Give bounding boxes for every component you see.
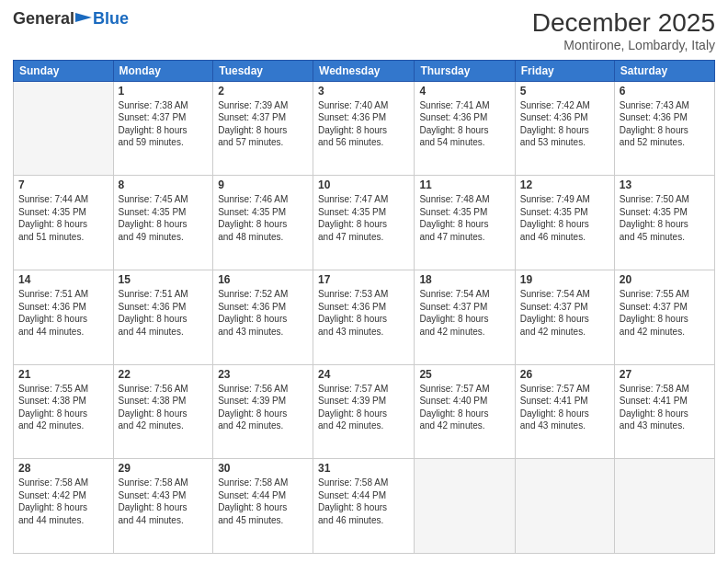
day-number: 5 <box>520 85 609 98</box>
day-info: Sunrise: 7:45 AM Sunset: 4:35 PM Dayligh… <box>119 193 209 243</box>
svg-marker-0 <box>75 13 92 22</box>
calendar-cell: 7Sunrise: 7:44 AM Sunset: 4:35 PM Daylig… <box>14 176 114 270</box>
day-info: Sunrise: 7:39 AM Sunset: 4:37 PM Dayligh… <box>218 99 308 149</box>
calendar-cell: 19Sunrise: 7:54 AM Sunset: 4:37 PM Dayli… <box>515 270 614 365</box>
day-info: Sunrise: 7:46 AM Sunset: 4:35 PM Dayligh… <box>218 193 308 243</box>
weekday-header-wednesday: Wednesday <box>313 60 415 81</box>
logo: General Blue <box>13 9 129 29</box>
day-number: 4 <box>419 85 509 98</box>
day-number: 31 <box>318 462 409 475</box>
day-info: Sunrise: 7:51 AM Sunset: 4:36 PM Dayligh… <box>18 288 108 338</box>
weekday-header-sunday: Sunday <box>14 60 114 81</box>
day-info: Sunrise: 7:57 AM Sunset: 4:39 PM Dayligh… <box>318 383 409 432</box>
calendar-cell: 5Sunrise: 7:42 AM Sunset: 4:36 PM Daylig… <box>515 81 614 176</box>
day-number: 30 <box>218 462 308 475</box>
weekday-header-tuesday: Tuesday <box>213 60 313 81</box>
logo-flag-icon <box>75 13 92 26</box>
calendar-cell: 10Sunrise: 7:47 AM Sunset: 4:35 PM Dayli… <box>313 176 415 270</box>
calendar-cell: 31Sunrise: 7:58 AM Sunset: 4:44 PM Dayli… <box>313 459 415 554</box>
page-container: General Blue December 2025 Montirone, Lo… <box>0 0 728 563</box>
calendar-week-row: 21Sunrise: 7:55 AM Sunset: 4:38 PM Dayli… <box>14 364 715 459</box>
calendar-cell: 18Sunrise: 7:54 AM Sunset: 4:37 PM Dayli… <box>415 270 515 365</box>
calendar-cell <box>415 459 515 554</box>
calendar-header-row: SundayMondayTuesdayWednesdayThursdayFrid… <box>14 60 715 81</box>
day-info: Sunrise: 7:53 AM Sunset: 4:36 PM Dayligh… <box>318 288 409 338</box>
day-number: 2 <box>218 85 308 98</box>
calendar-cell: 26Sunrise: 7:57 AM Sunset: 4:41 PM Dayli… <box>515 364 614 459</box>
day-info: Sunrise: 7:57 AM Sunset: 4:41 PM Dayligh… <box>520 383 609 432</box>
day-info: Sunrise: 7:58 AM Sunset: 4:43 PM Dayligh… <box>119 477 209 526</box>
day-info: Sunrise: 7:52 AM Sunset: 4:36 PM Dayligh… <box>218 288 308 338</box>
calendar-cell: 15Sunrise: 7:51 AM Sunset: 4:36 PM Dayli… <box>113 270 213 365</box>
day-info: Sunrise: 7:50 AM Sunset: 4:35 PM Dayligh… <box>620 193 710 243</box>
month-title: December 2025 <box>532 9 715 38</box>
day-number: 16 <box>218 273 308 286</box>
day-info: Sunrise: 7:47 AM Sunset: 4:35 PM Dayligh… <box>318 193 409 243</box>
day-info: Sunrise: 7:55 AM Sunset: 4:37 PM Dayligh… <box>620 288 710 338</box>
day-number: 14 <box>18 273 108 286</box>
day-number: 26 <box>520 368 609 381</box>
logo-blue: Blue <box>93 9 129 29</box>
weekday-header-saturday: Saturday <box>614 60 714 81</box>
day-number: 6 <box>620 85 710 98</box>
calendar-week-row: 28Sunrise: 7:58 AM Sunset: 4:42 PM Dayli… <box>14 459 715 554</box>
calendar-cell: 30Sunrise: 7:58 AM Sunset: 4:44 PM Dayli… <box>213 459 313 554</box>
day-info: Sunrise: 7:58 AM Sunset: 4:44 PM Dayligh… <box>318 477 409 526</box>
calendar-cell: 16Sunrise: 7:52 AM Sunset: 4:36 PM Dayli… <box>213 270 313 365</box>
calendar-cell: 21Sunrise: 7:55 AM Sunset: 4:38 PM Dayli… <box>14 364 114 459</box>
day-info: Sunrise: 7:38 AM Sunset: 4:37 PM Dayligh… <box>119 99 209 149</box>
calendar-cell: 8Sunrise: 7:45 AM Sunset: 4:35 PM Daylig… <box>113 176 213 270</box>
calendar-cell <box>515 459 614 554</box>
day-number: 18 <box>419 273 509 286</box>
day-number: 25 <box>419 368 509 381</box>
day-number: 8 <box>119 178 209 191</box>
calendar-cell: 22Sunrise: 7:56 AM Sunset: 4:38 PM Dayli… <box>113 364 213 459</box>
day-number: 20 <box>620 273 710 286</box>
calendar-cell: 27Sunrise: 7:58 AM Sunset: 4:41 PM Dayli… <box>614 364 714 459</box>
calendar-cell: 1Sunrise: 7:38 AM Sunset: 4:37 PM Daylig… <box>113 81 213 176</box>
header: General Blue December 2025 Montirone, Lo… <box>13 9 715 52</box>
calendar-cell: 28Sunrise: 7:58 AM Sunset: 4:42 PM Dayli… <box>14 459 114 554</box>
day-number: 17 <box>318 273 409 286</box>
day-info: Sunrise: 7:49 AM Sunset: 4:35 PM Dayligh… <box>520 193 609 243</box>
day-info: Sunrise: 7:57 AM Sunset: 4:40 PM Dayligh… <box>419 383 509 432</box>
calendar-cell: 25Sunrise: 7:57 AM Sunset: 4:40 PM Dayli… <box>415 364 515 459</box>
calendar-cell: 3Sunrise: 7:40 AM Sunset: 4:36 PM Daylig… <box>313 81 415 176</box>
day-info: Sunrise: 7:58 AM Sunset: 4:44 PM Dayligh… <box>218 477 308 526</box>
day-info: Sunrise: 7:44 AM Sunset: 4:35 PM Dayligh… <box>18 193 108 243</box>
day-number: 1 <box>119 85 209 98</box>
day-number: 19 <box>520 273 609 286</box>
logo-general: General <box>13 9 74 29</box>
day-info: Sunrise: 7:56 AM Sunset: 4:39 PM Dayligh… <box>218 383 308 432</box>
calendar-cell <box>614 459 714 554</box>
day-number: 27 <box>620 368 710 381</box>
calendar-cell: 4Sunrise: 7:41 AM Sunset: 4:36 PM Daylig… <box>415 81 515 176</box>
day-info: Sunrise: 7:55 AM Sunset: 4:38 PM Dayligh… <box>18 383 108 432</box>
day-number: 22 <box>119 368 209 381</box>
calendar-cell: 6Sunrise: 7:43 AM Sunset: 4:36 PM Daylig… <box>614 81 714 176</box>
calendar-cell: 2Sunrise: 7:39 AM Sunset: 4:37 PM Daylig… <box>213 81 313 176</box>
calendar-week-row: 14Sunrise: 7:51 AM Sunset: 4:36 PM Dayli… <box>14 270 715 365</box>
day-number: 12 <box>520 178 609 191</box>
weekday-header-thursday: Thursday <box>415 60 515 81</box>
calendar-cell: 24Sunrise: 7:57 AM Sunset: 4:39 PM Dayli… <box>313 364 415 459</box>
calendar-cell: 29Sunrise: 7:58 AM Sunset: 4:43 PM Dayli… <box>113 459 213 554</box>
calendar-cell <box>14 81 114 176</box>
day-info: Sunrise: 7:42 AM Sunset: 4:36 PM Dayligh… <box>520 99 609 149</box>
day-info: Sunrise: 7:58 AM Sunset: 4:41 PM Dayligh… <box>620 383 710 432</box>
day-number: 3 <box>318 85 409 98</box>
day-info: Sunrise: 7:40 AM Sunset: 4:36 PM Dayligh… <box>318 99 409 149</box>
calendar-cell: 14Sunrise: 7:51 AM Sunset: 4:36 PM Dayli… <box>14 270 114 365</box>
day-number: 29 <box>119 462 209 475</box>
day-number: 7 <box>18 178 108 191</box>
calendar-table: SundayMondayTuesdayWednesdayThursdayFrid… <box>13 60 715 554</box>
day-info: Sunrise: 7:43 AM Sunset: 4:36 PM Dayligh… <box>620 99 710 149</box>
calendar-cell: 12Sunrise: 7:49 AM Sunset: 4:35 PM Dayli… <box>515 176 614 270</box>
location-title: Montirone, Lombardy, Italy <box>532 38 715 52</box>
day-info: Sunrise: 7:51 AM Sunset: 4:36 PM Dayligh… <box>119 288 209 338</box>
weekday-header-monday: Monday <box>113 60 213 81</box>
calendar-cell: 9Sunrise: 7:46 AM Sunset: 4:35 PM Daylig… <box>213 176 313 270</box>
day-number: 9 <box>218 178 308 191</box>
day-number: 15 <box>119 273 209 286</box>
calendar-cell: 11Sunrise: 7:48 AM Sunset: 4:35 PM Dayli… <box>415 176 515 270</box>
